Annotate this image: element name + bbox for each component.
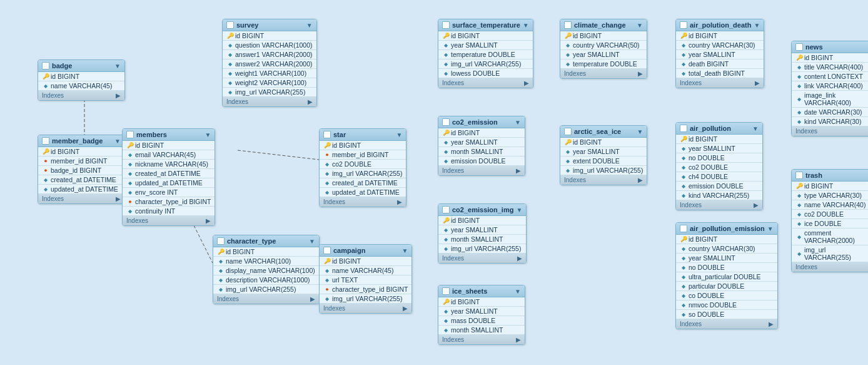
table-arrow-surface_temperature[interactable]: ▼ bbox=[523, 22, 529, 29]
field-text: kind VARCHAR(255) bbox=[689, 192, 749, 199]
field-text: co2 DOUBLE bbox=[332, 160, 371, 168]
indexes-arrow[interactable]: ▶ bbox=[116, 92, 121, 99]
table-row: ◆country VARCHAR(30) bbox=[676, 41, 764, 50]
indexes-arrow[interactable]: ▶ bbox=[755, 80, 760, 86]
pk-icon: 🔑 bbox=[325, 259, 330, 264]
indexes-arrow[interactable]: ▶ bbox=[516, 167, 521, 174]
table-survey[interactable]: survey▼🔑id BIGINT◆question VARCHAR(1000)… bbox=[222, 19, 317, 107]
field-text: so DOUBLE bbox=[689, 311, 724, 318]
indexes-row[interactable]: Indexes▶ bbox=[438, 78, 533, 88]
table-air_pollution[interactable]: air_pollution▼🔑id BIGINT◆year SMALLINT◆n… bbox=[675, 122, 763, 210]
indexes-row[interactable]: Indexes▶ bbox=[320, 197, 406, 207]
field-text: emission DOUBLE bbox=[689, 182, 744, 190]
table-arrow-air_pollution[interactable]: ▼ bbox=[752, 125, 759, 132]
indexes-row[interactable]: Indexes▶ bbox=[438, 166, 525, 175]
pk-icon: 🔑 bbox=[565, 140, 570, 145]
field-icon: ◆ bbox=[797, 96, 802, 101]
field-text: badge_id BIGINT bbox=[51, 167, 101, 174]
indexes-arrow[interactable]: ▶ bbox=[638, 70, 643, 77]
indexes-row[interactable]: Indexes▶ bbox=[123, 216, 214, 225]
table-arrow-survey[interactable]: ▼ bbox=[306, 22, 313, 29]
table-icon bbox=[680, 21, 687, 29]
pk-icon: 🔑 bbox=[565, 33, 570, 38]
table-name-star: star bbox=[333, 131, 346, 138]
table-star[interactable]: star▼🔑id BIGINT●member_id BIGINT◆co2 DOU… bbox=[319, 128, 406, 207]
table-arrow-co2_emission_img[interactable]: ▼ bbox=[516, 207, 522, 213]
table-row: ◆title VARCHAR(400) bbox=[792, 63, 868, 72]
indexes-row[interactable]: Indexes▶ bbox=[38, 91, 124, 100]
indexes-arrow[interactable]: ▶ bbox=[308, 98, 313, 105]
indexes-row[interactable]: Indexes▶ bbox=[320, 304, 411, 313]
field-icon: ◆ bbox=[43, 187, 48, 192]
field-text: content LONGTEXT bbox=[804, 73, 863, 80]
indexes-row[interactable]: Indexes▶ bbox=[438, 254, 526, 263]
field-icon: ◆ bbox=[681, 146, 686, 151]
table-arrow-arctic_sea_ice[interactable]: ▼ bbox=[637, 128, 643, 135]
table-campaign[interactable]: campaign▼🔑id BIGINT◆name VARCHAR(45)◆url… bbox=[319, 244, 412, 314]
table-arrow-climate_change[interactable]: ▼ bbox=[637, 22, 643, 29]
field-icon: ◆ bbox=[681, 246, 686, 251]
table-arrow-members[interactable]: ▼ bbox=[204, 131, 211, 138]
table-members[interactable]: members▼🔑id BIGINT◆email VARCHAR(45)◆nic… bbox=[122, 128, 215, 226]
indexes-row[interactable]: Indexes▶ bbox=[792, 262, 868, 272]
table-arrow-ice_sheets[interactable]: ▼ bbox=[515, 288, 521, 295]
indexes-arrow[interactable]: ▶ bbox=[397, 198, 402, 205]
table-arrow-air_polution_death[interactable]: ▼ bbox=[754, 22, 760, 29]
indexes-row[interactable]: Indexes▶ bbox=[792, 126, 868, 136]
fk-icon: ● bbox=[325, 287, 330, 292]
indexes-arrow[interactable]: ▶ bbox=[638, 177, 643, 183]
indexes-row[interactable]: Indexes▶ bbox=[676, 200, 762, 210]
indexes-arrow[interactable]: ▶ bbox=[516, 336, 521, 343]
indexes-row[interactable]: Indexes▶ bbox=[676, 319, 777, 329]
indexes-row[interactable]: Indexes▶ bbox=[560, 175, 647, 185]
table-row: ◆ch4 DOUBLE bbox=[676, 172, 762, 182]
table-climate_change[interactable]: climate_change▼🔑id BIGINT◆country VARCHA… bbox=[560, 19, 647, 79]
indexes-arrow[interactable]: ▶ bbox=[517, 255, 522, 262]
indexes-row[interactable]: Indexes▶ bbox=[676, 78, 764, 88]
table-co2_emission[interactable]: co2_emission▼🔑id BIGINT◆year SMALLINT◆mo… bbox=[438, 116, 525, 176]
table-air_pollution_emission[interactable]: air_pollution_emission▼🔑id BIGINT◆countr… bbox=[675, 222, 778, 329]
field-icon: ◆ bbox=[681, 165, 686, 170]
indexes-arrow[interactable]: ▶ bbox=[403, 305, 408, 312]
indexes-arrow[interactable]: ▶ bbox=[206, 217, 211, 224]
table-row: ◆year SMALLINT bbox=[438, 138, 525, 147]
field-text: month SMALLINT bbox=[451, 148, 503, 155]
indexes-arrow[interactable]: ▶ bbox=[116, 195, 121, 202]
table-arrow-co2_emission[interactable]: ▼ bbox=[515, 119, 521, 126]
table-arrow-badge[interactable]: ▼ bbox=[114, 63, 121, 69]
field-text: updated_at DATETIME bbox=[332, 188, 400, 196]
table-co2_emission_img[interactable]: co2_emission_img▼🔑id BIGINT◆year SMALLIN… bbox=[438, 203, 527, 264]
field-icon: ◆ bbox=[565, 158, 570, 163]
table-arrow-member_badge[interactable]: ▼ bbox=[114, 138, 121, 145]
field-text: created_at DATETIME bbox=[135, 170, 201, 177]
indexes-arrow[interactable]: ▶ bbox=[769, 321, 774, 327]
table-row: ◆year SMALLINT bbox=[438, 225, 526, 235]
field-icon: ◆ bbox=[443, 71, 448, 76]
indexes-arrow[interactable]: ▶ bbox=[524, 80, 529, 86]
indexes-row[interactable]: Indexes▶ bbox=[438, 335, 525, 344]
indexes-arrow[interactable]: ▶ bbox=[754, 202, 759, 208]
indexes-row[interactable]: Indexes▶ bbox=[223, 97, 316, 106]
table-arrow-air_pollution_emission[interactable]: ▼ bbox=[767, 225, 774, 232]
field-text: created_at DATETIME bbox=[51, 176, 116, 183]
indexes-row[interactable]: Indexes▶ bbox=[560, 69, 647, 78]
table-arrow-character_type[interactable]: ▼ bbox=[309, 238, 315, 245]
indexes-row[interactable]: Indexes▶ bbox=[213, 294, 319, 304]
table-surface_temperature[interactable]: surface_temperature▼🔑id BIGINT◆year SMAL… bbox=[438, 19, 533, 88]
table-member_badge[interactable]: member_badge▼🔑id BIGINT●member_id BIGINT… bbox=[38, 135, 125, 204]
field-text: date VARCHAR(30) bbox=[804, 108, 862, 116]
table-trash[interactable]: trash▼🔑id BIGINT◆type VARCHAR(30)◆name V… bbox=[791, 169, 868, 272]
field-icon: ◆ bbox=[128, 171, 133, 176]
table-row: ◆death BIGINT bbox=[676, 59, 764, 69]
table-air_polution_death[interactable]: air_polution_death▼🔑id BIGINT◆country VA… bbox=[675, 19, 764, 88]
table-arrow-campaign[interactable]: ▼ bbox=[401, 247, 408, 254]
table-arctic_sea_ice[interactable]: arctic_sea_ice▼🔑id BIGINT◆year SMALLINT◆… bbox=[560, 125, 647, 185]
indexes-row[interactable]: Indexes▶ bbox=[38, 194, 124, 203]
indexes-arrow[interactable]: ▶ bbox=[310, 296, 315, 302]
table-news[interactable]: news▼🔑id BIGINT◆title VARCHAR(400)◆conte… bbox=[791, 41, 868, 136]
table-arrow-star[interactable]: ▼ bbox=[396, 131, 403, 138]
table-ice_sheets[interactable]: ice_sheets▼🔑id BIGINT◆year SMALLINT◆mass… bbox=[438, 285, 525, 345]
table-character_type[interactable]: character_type▼🔑id BIGINT◆name VARCHAR(1… bbox=[213, 235, 320, 304]
table-badge[interactable]: badge▼🔑id BIGINT◆name VARCHAR(45)Indexes… bbox=[38, 59, 125, 101]
field-icon: ◆ bbox=[681, 174, 686, 179]
